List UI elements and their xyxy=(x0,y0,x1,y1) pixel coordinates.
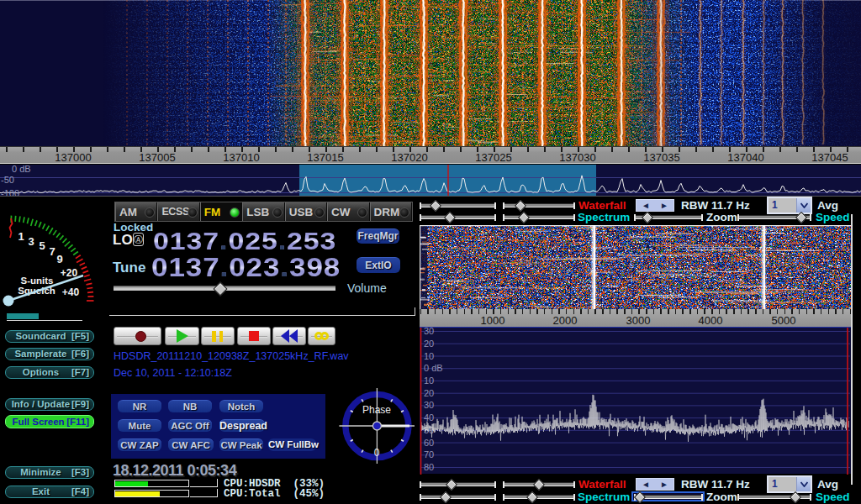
svg-text:30: 30 xyxy=(424,328,434,336)
svg-text:80: 80 xyxy=(424,462,434,472)
svg-text:10: 10 xyxy=(424,351,434,361)
svg-text:0: 0 xyxy=(374,447,380,459)
svg-text:9: 9 xyxy=(56,253,62,265)
svg-text:S-units: S-units xyxy=(21,276,54,286)
svg-text:+40: +40 xyxy=(62,286,80,298)
svg-text:+20: +20 xyxy=(61,267,78,279)
svg-text:70: 70 xyxy=(424,449,434,459)
svg-text:7: 7 xyxy=(49,245,55,258)
svg-text:Phase: Phase xyxy=(362,404,391,416)
svg-text:5: 5 xyxy=(39,239,45,252)
svg-text:10: 10 xyxy=(424,375,434,386)
svg-text:20: 20 xyxy=(424,388,434,398)
svg-text:40: 40 xyxy=(424,412,434,423)
svg-text:0 dB: 0 dB xyxy=(424,363,443,373)
svg-text:20: 20 xyxy=(424,339,434,349)
svg-text:1: 1 xyxy=(18,230,24,243)
svg-text:60: 60 xyxy=(424,438,434,448)
svg-text:3: 3 xyxy=(28,235,34,248)
svg-text:30: 30 xyxy=(424,400,434,410)
